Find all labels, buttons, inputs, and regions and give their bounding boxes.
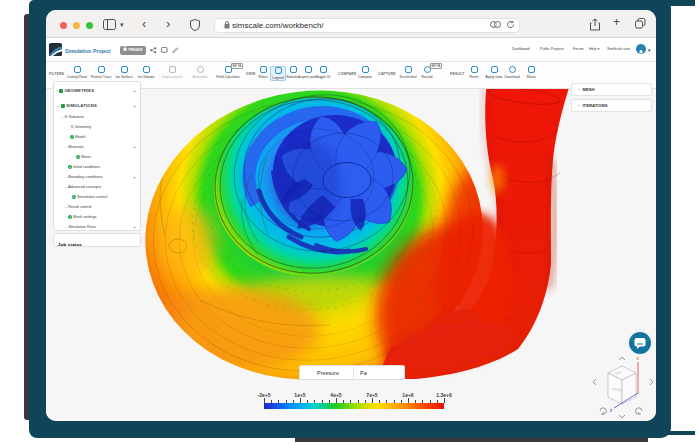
svg-text:x: x bbox=[637, 356, 640, 361]
svg-text:z: z bbox=[610, 408, 613, 413]
